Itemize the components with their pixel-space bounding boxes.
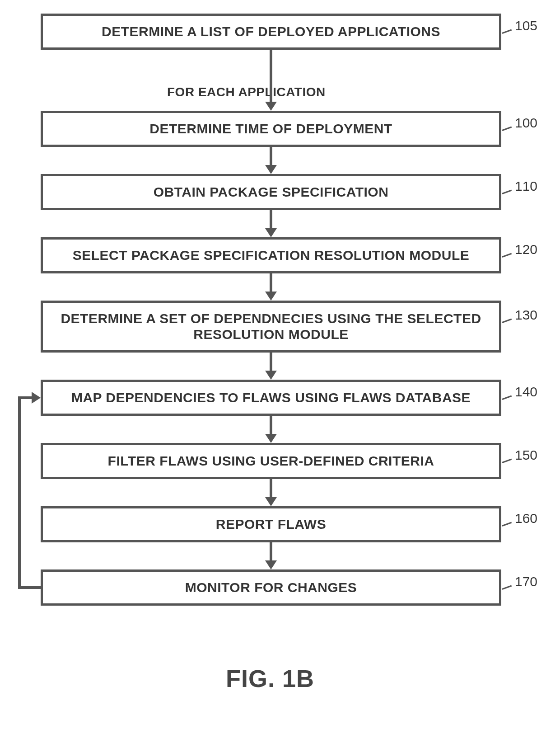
step-160-text: REPORT FLAWS	[216, 517, 326, 532]
ref-tick-170	[502, 585, 512, 590]
edge-100-to-110	[270, 147, 272, 165]
ref-130: 130	[515, 307, 537, 323]
edge-120-to-130	[270, 273, 272, 292]
ref-tick-100	[502, 127, 512, 131]
step-130: DETERMINE A SET OF DEPENDNECIES USING TH…	[41, 301, 501, 353]
step-110-text: OBTAIN PACKAGE SPECIFICATION	[154, 184, 389, 200]
ref-170: 170	[515, 574, 537, 589]
ref-tick-160	[502, 522, 512, 527]
feedback-arrowhead	[32, 392, 41, 404]
feedback-v	[18, 396, 21, 589]
step-100-text: DETERMINE TIME OF DEPLOYMENT	[149, 121, 392, 137]
ref-100: 100	[515, 115, 537, 131]
step-110: OBTAIN PACKAGE SPECIFICATION	[41, 174, 501, 210]
feedback-h-bottom	[18, 586, 41, 589]
ref-tick-120	[502, 253, 512, 258]
step-120: SELECT PACKAGE SPECIFICATION RESOLUTION …	[41, 237, 501, 273]
step-160: REPORT FLAWS	[41, 506, 501, 542]
step-105-text: DETERMINE A LIST OF DEPLOYED APPLICATION…	[102, 24, 440, 40]
edge-130-to-140	[270, 353, 272, 371]
step-170: MONITOR FOR CHANGES	[41, 569, 501, 606]
arrowhead-120-to-130	[265, 292, 277, 301]
step-140-text: MAP DEPENDENCIES TO FLAWS USING FLAWS DA…	[71, 390, 471, 406]
step-140: MAP DEPENDENCIES TO FLAWS USING FLAWS DA…	[41, 380, 501, 416]
edge-150-to-160	[270, 479, 272, 497]
step-130-text: DETERMINE A SET OF DEPENDNECIES USING TH…	[47, 311, 495, 342]
edge-110-to-120	[270, 210, 272, 228]
ref-tick-105	[502, 29, 512, 34]
ref-140: 140	[515, 384, 537, 400]
step-150: FILTER FLAWS USING USER-DEFINED CRITERIA	[41, 443, 501, 479]
step-170-text: MONITOR FOR CHANGES	[185, 580, 357, 596]
edge-160-to-170	[270, 542, 272, 560]
step-100: DETERMINE TIME OF DEPLOYMENT	[41, 111, 501, 147]
ref-110: 110	[515, 179, 537, 194]
step-105: DETERMINE A LIST OF DEPLOYED APPLICATION…	[41, 14, 501, 50]
arrowhead-160-to-170	[265, 560, 277, 569]
ref-tick-130	[502, 319, 512, 323]
ref-tick-140	[502, 395, 512, 400]
arrowhead-110-to-120	[265, 228, 277, 237]
arrowhead-100-to-110	[265, 165, 277, 174]
ref-120: 120	[515, 242, 537, 257]
edge-105-to-100	[270, 50, 272, 102]
step-150-text: FILTER FLAWS USING USER-DEFINED CRITERIA	[108, 453, 434, 469]
feedback-h-top	[18, 396, 32, 399]
figure-caption: FIG. 1B	[226, 664, 314, 692]
step-120-text: SELECT PACKAGE SPECIFICATION RESOLUTION …	[73, 248, 470, 263]
ref-tick-110	[502, 190, 512, 194]
ref-150: 150	[515, 447, 537, 463]
ref-160: 160	[515, 511, 537, 526]
flowchart-canvas: DETERMINE A LIST OF DEPLOYED APPLICATION…	[0, 0, 560, 734]
arrowhead-130-to-140	[265, 371, 277, 380]
arrowhead-140-to-150	[265, 434, 277, 443]
arrowhead-105-to-100	[265, 102, 277, 111]
ref-tick-150	[502, 459, 512, 463]
edge-140-to-150	[270, 416, 272, 434]
edge-label-for-each-application: FOR EACH APPLICATION	[167, 85, 326, 99]
arrowhead-150-to-160	[265, 497, 277, 506]
ref-105: 105	[515, 18, 537, 33]
